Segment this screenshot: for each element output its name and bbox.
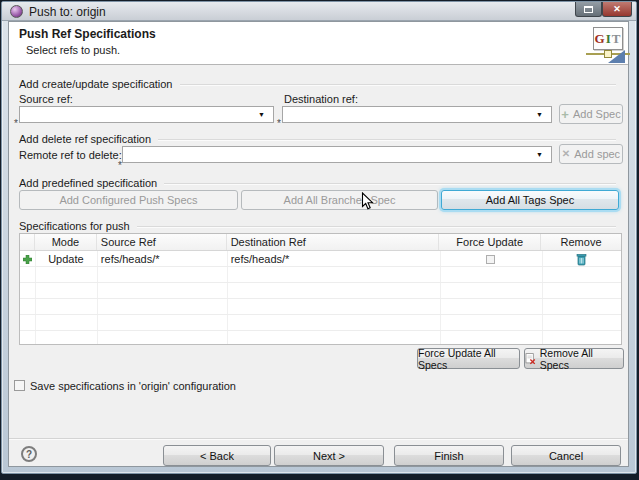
plus-icon (23, 255, 32, 264)
add-delete-spec-button[interactable]: ✕ Add spec (559, 144, 623, 164)
remove-all-specs-label: Remove All Specs (540, 347, 623, 371)
column-header-icon[interactable] (20, 234, 35, 250)
back-button[interactable]: < Back (163, 445, 271, 466)
section-predefined: Add predefined specification (19, 176, 616, 190)
add-spec-button[interactable]: + Add Spec (559, 104, 623, 124)
add-spec-button-label: Add Spec (573, 108, 621, 120)
maximize-button[interactable] (575, 2, 602, 17)
save-config-label: Save specifications in 'origin' configur… (30, 380, 236, 392)
push-dialog-window: Push to: origin ✕ Push Ref Specification… (1, 1, 637, 474)
section-rule (137, 226, 616, 228)
x-icon: ✕ (562, 149, 570, 159)
table-header: Mode Source Ref Destination Ref Force Up… (20, 234, 621, 251)
section-specifications-label: Specifications for push (19, 220, 130, 232)
window-title: Push to: origin (29, 5, 106, 19)
content-assist-decorator-icon (277, 118, 283, 126)
add-all-tags-spec-button[interactable]: Add All Tags Spec (441, 190, 619, 210)
remove-all-icon (525, 353, 536, 365)
remote-ref-delete-combo[interactable]: ▼ (122, 146, 552, 163)
page-title: Push Ref Specifications (19, 27, 156, 41)
source-ref-label: Source ref: (19, 93, 73, 105)
row-remove-cell (541, 251, 621, 267)
footer-separator (9, 438, 628, 440)
section-specifications: Specifications for push (19, 219, 616, 233)
section-delete-label: Add delete ref specification (19, 133, 151, 145)
section-create-update-label: Add create/update specification (19, 78, 173, 90)
remove-all-specs-button[interactable]: Remove All Specs (524, 348, 624, 369)
destination-ref-label: Destination ref: (284, 93, 358, 105)
cancel-button[interactable]: Cancel (511, 445, 621, 466)
close-button[interactable]: ✕ (602, 2, 632, 17)
git-logo-icon: GIT (593, 27, 623, 50)
force-update-all-specs-label: Force Update All Specs (418, 347, 519, 371)
next-button-label: Next > (313, 450, 345, 462)
add-all-tags-spec-label: Add All Tags Spec (486, 194, 574, 206)
trash-icon[interactable] (576, 253, 587, 266)
column-header-force-update[interactable]: Force Update (439, 234, 541, 250)
finish-button[interactable]: Finish (394, 445, 504, 466)
row-force-update-cell (439, 251, 541, 267)
column-header-mode[interactable]: Mode (35, 234, 97, 250)
column-header-source-ref[interactable]: Source Ref (97, 234, 227, 250)
force-update-all-specs-button[interactable]: Force Update All Specs (417, 348, 520, 369)
desktop-background: Push to: origin ✕ Push Ref Specification… (0, 0, 639, 480)
add-configured-push-specs-button[interactable]: Add Configured Push Specs (19, 190, 238, 210)
content-assist-decorator-icon (118, 160, 124, 168)
banner-corner-decoration (608, 50, 625, 63)
close-icon: ✕ (613, 5, 621, 14)
next-button[interactable]: Next > (274, 445, 384, 466)
row-mode-cell: Update (35, 251, 97, 267)
save-config-checkbox[interactable] (14, 380, 25, 391)
dropdown-arrow-icon[interactable]: ▼ (536, 151, 543, 158)
dropdown-arrow-icon[interactable]: ▼ (536, 111, 543, 118)
row-source-ref-cell: refs/heads/* (97, 251, 227, 267)
column-header-destination-ref[interactable]: Destination Ref (227, 234, 440, 250)
table-row[interactable]: Update refs/heads/* refs/heads/* (20, 251, 621, 267)
destination-ref-combo[interactable]: ▼ (282, 106, 552, 123)
add-all-branches-spec-button[interactable]: Add All Branches Spec (241, 190, 438, 210)
content-assist-decorator-icon (14, 118, 20, 126)
back-button-label: < Back (200, 450, 234, 462)
plus-icon: + (561, 108, 569, 121)
remote-ref-delete-label: Remote ref to delete: (19, 149, 122, 161)
page-subtitle: Select refs to push. (26, 44, 120, 56)
add-all-branches-spec-label: Add All Branches Spec (284, 194, 396, 206)
maximize-icon (584, 6, 593, 13)
dialog-body: Push Ref Specifications Select refs to p… (8, 21, 629, 467)
dropdown-arrow-icon[interactable]: ▼ (258, 111, 265, 118)
row-mode-icon-cell (20, 251, 35, 267)
section-create-update: Add create/update specification (19, 77, 616, 91)
section-predefined-label: Add predefined specification (19, 177, 157, 189)
help-icon: ? (26, 449, 32, 460)
finish-button-label: Finish (434, 450, 463, 462)
column-header-remove[interactable]: Remove (541, 234, 621, 250)
app-icon (10, 5, 23, 18)
row-destination-ref-cell: refs/heads/* (227, 251, 440, 267)
add-delete-spec-button-label: Add spec (574, 148, 620, 160)
section-rule (158, 139, 616, 141)
help-button[interactable]: ? (21, 446, 37, 462)
section-delete: Add delete ref specification (19, 132, 616, 146)
mouse-cursor (361, 192, 374, 211)
section-rule (180, 84, 617, 86)
section-rule (164, 183, 616, 185)
push-specs-table[interactable]: Mode Source Ref Destination Ref Force Up… (19, 233, 622, 345)
cancel-button-label: Cancel (549, 450, 583, 462)
add-configured-push-specs-label: Add Configured Push Specs (59, 194, 197, 206)
force-update-checkbox[interactable] (486, 255, 495, 264)
titlebar[interactable]: Push to: origin ✕ (2, 2, 636, 21)
wizard-banner: Push Ref Specifications Select refs to p… (9, 22, 628, 65)
source-ref-combo[interactable]: ▼ (19, 106, 274, 123)
